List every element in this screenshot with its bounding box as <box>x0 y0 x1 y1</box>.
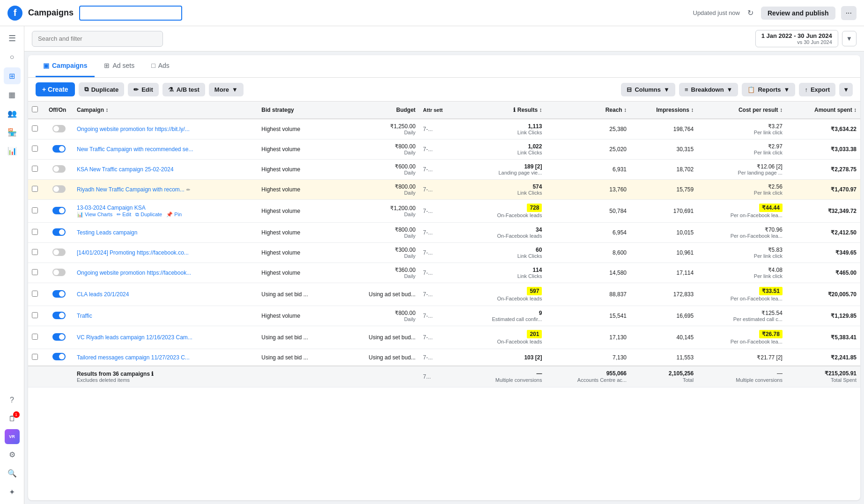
footer-label: Results from 36 campaigns ℹ Excludes del… <box>73 366 258 387</box>
campaign-toggle[interactable] <box>52 228 66 236</box>
attr-cell: 7-... <box>419 326 460 349</box>
reach-cell: 8,600 <box>546 243 630 263</box>
table-row: CLA leads 20/1/2024Using ad set bid ...U… <box>28 283 860 306</box>
title-search-input[interactable] <box>79 6 182 21</box>
col-header-cpr[interactable]: Cost per result ↕ <box>697 102 786 119</box>
edit-button[interactable]: ✏ Edit <box>128 83 159 96</box>
campaign-toggle[interactable] <box>52 290 66 298</box>
campaign-toggle[interactable] <box>52 165 66 173</box>
campaign-toggle[interactable] <box>52 333 66 341</box>
campaign-link[interactable]: Ongoing website promotion https://facebo… <box>77 270 191 276</box>
col-header-impressions[interactable]: Impressions ↕ <box>630 102 697 119</box>
campaign-link[interactable]: VC Riyadh leads campaign 12/16/2023 Cam.… <box>77 334 192 341</box>
row-duplicate-link[interactable]: ⧉ Duplicate <box>135 212 162 217</box>
sidebar-icon-pages[interactable]: ▦ <box>4 86 21 103</box>
campaign-toggle[interactable] <box>52 248 66 256</box>
campaign-link[interactable]: Testing Leads campaign <box>77 229 137 236</box>
cpr-cell: ₹12.06 [2]Per landing page ... <box>697 160 786 180</box>
tab-ads[interactable]: □ Ads <box>144 55 177 77</box>
edit-label: Edit <box>141 86 153 93</box>
bid-strategy-cell: Highest volume <box>258 119 338 139</box>
table-row: KSA New Traffic campaign 25-02-2024Highe… <box>28 160 860 180</box>
tab-adsets[interactable]: ⊞ Ad sets <box>96 55 142 77</box>
row-checkbox[interactable] <box>32 334 38 340</box>
sidebar-icon-search[interactable]: 🔍 <box>4 465 21 482</box>
col-header-amount[interactable]: Amount spent ↕ <box>786 102 860 119</box>
cpr-cell: ₹3.27Per link click <box>697 119 786 139</box>
sidebar-icon-campaigns[interactable]: ⊞ <box>4 67 21 84</box>
export-button[interactable]: ↑ Export <box>799 83 835 96</box>
col-header-reach[interactable]: Reach ↕ <box>546 102 630 119</box>
results-cell: 1,113Link Clicks <box>460 119 546 139</box>
campaign-link[interactable]: [14/01/2024] Promoting https://facebook.… <box>77 249 189 256</box>
duplicate-button[interactable]: ⧉ Duplicate <box>79 82 125 96</box>
sidebar-icon-notifications[interactable]: 🗒 1 <box>4 410 21 427</box>
topbar-more-button[interactable]: ··· <box>841 6 857 20</box>
row-checkbox[interactable] <box>32 269 38 275</box>
columns-button[interactable]: ⊟ Columns ▼ <box>621 83 675 96</box>
budget-cell: ₹800.00Daily <box>338 139 419 160</box>
review-publish-button[interactable]: Review and publish <box>761 7 835 20</box>
campaign-toggle[interactable] <box>52 312 66 319</box>
campaign-toggle[interactable] <box>52 353 66 360</box>
sidebar-icon-spark[interactable]: ✦ <box>4 483 21 500</box>
campaign-toggle[interactable] <box>52 145 66 153</box>
row-pin-link[interactable]: 📌 Pin <box>166 212 182 217</box>
sidebar-icon-analytics[interactable]: 📊 <box>4 142 21 159</box>
sidebar-icon-audiences[interactable]: 👥 <box>4 105 21 122</box>
campaign-link[interactable]: Tailored messages campaign 11/27/2023 C.… <box>77 354 190 361</box>
campaign-link[interactable]: KSA New Traffic campaign 25-02-2024 <box>77 166 174 173</box>
select-all-checkbox[interactable] <box>32 106 38 112</box>
campaign-link[interactable]: Riyadh New Traffic Campaign with recom..… <box>77 186 185 193</box>
col-header-results[interactable]: ℹ Results ↕ <box>460 102 546 119</box>
budget-cell: Using ad set bud... <box>338 326 419 349</box>
campaign-toggle[interactable] <box>52 125 66 132</box>
footer-attr: 7... <box>419 366 460 387</box>
date-range-picker[interactable]: 1 Jan 2022 - 30 Jun 2024 vs 30 Jun 2024 <box>755 30 838 47</box>
row-checkbox[interactable] <box>32 146 38 152</box>
refresh-button[interactable]: ↻ <box>746 7 755 19</box>
reports-button[interactable]: 📋 Reports ▼ <box>742 83 795 96</box>
campaign-link[interactable]: CLA leads 20/1/2024 <box>77 291 129 298</box>
export-more-button[interactable]: ▼ <box>839 83 853 96</box>
sidebar-icon-shop[interactable]: 🏪 <box>4 124 21 140</box>
bid-strategy-cell: Using ad set bid ... <box>258 349 338 366</box>
cpr-cell: ₹125.54Per estimated call c... <box>697 306 786 326</box>
attr-cell: 7-... <box>419 119 460 139</box>
col-header-campaign[interactable]: Campaign ↕ <box>73 102 258 119</box>
campaign-link[interactable]: Ongoing website promotion for https://bi… <box>77 126 190 132</box>
row-edit-link[interactable]: ✏ Edit <box>117 212 131 217</box>
row-checkbox[interactable] <box>32 354 38 360</box>
campaign-toggle[interactable] <box>52 185 66 193</box>
create-button[interactable]: + Create <box>36 82 75 96</box>
budget-cell: Using ad set bud... <box>338 349 419 366</box>
view-charts-link[interactable]: 📊 View Charts <box>77 212 112 217</box>
row-checkbox[interactable] <box>32 229 38 235</box>
campaign-toggle[interactable] <box>52 207 66 214</box>
row-checkbox[interactable] <box>32 207 38 213</box>
sidebar-icon-help[interactable]: ? <box>4 392 21 409</box>
export-label: Export <box>811 86 830 93</box>
campaign-link[interactable]: 13-03-2024 Campaign KSA <box>77 205 146 211</box>
sidebar-icon-home[interactable]: ○ <box>4 49 21 66</box>
sidebar-icon-settings[interactable]: ⚙ <box>4 446 21 463</box>
cpr-cell: ₹2.97Per link click <box>697 139 786 160</box>
row-checkbox[interactable] <box>32 186 38 192</box>
more-button[interactable]: More ▼ <box>209 83 244 96</box>
amount-cell: ₹1,129.85 <box>786 306 860 326</box>
campaign-toggle[interactable] <box>52 269 66 276</box>
row-checkbox[interactable] <box>32 291 38 297</box>
breakdown-button[interactable]: ≡ Breakdown ▼ <box>679 83 738 96</box>
campaign-link[interactable]: Traffic <box>77 313 92 319</box>
tab-ads-label: Ads <box>158 62 170 69</box>
sidebar-icon-menu[interactable]: ☰ <box>4 30 21 47</box>
row-checkbox[interactable] <box>32 125 38 131</box>
date-picker-chevron[interactable]: ▼ <box>842 31 857 46</box>
row-checkbox[interactable] <box>32 166 38 172</box>
campaign-link[interactable]: New Traffic Campaign with recommended se… <box>77 146 193 153</box>
search-filter-input[interactable] <box>32 31 163 47</box>
ab-test-button[interactable]: ⚗ A/B test <box>162 83 205 96</box>
tab-campaigns[interactable]: ▣ Campaigns <box>36 55 95 77</box>
row-checkbox[interactable] <box>32 312 38 318</box>
row-checkbox[interactable] <box>32 249 38 255</box>
